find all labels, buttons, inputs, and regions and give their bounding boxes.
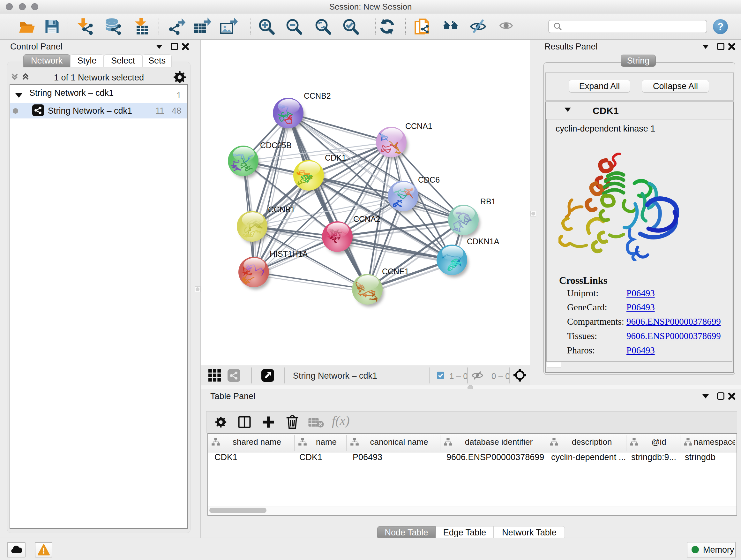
svg-text:CDK1: CDK1 (325, 153, 346, 162)
svg-text:HIST1H1A: HIST1H1A (270, 249, 308, 258)
svg-text:CDC6: CDC6 (418, 175, 440, 184)
svg-text:CCNB1: CCNB1 (268, 205, 295, 214)
svg-text:CDC25B: CDC25B (260, 141, 292, 150)
svg-text:RB1: RB1 (480, 197, 496, 206)
svg-text:CCNE1: CCNE1 (382, 267, 409, 276)
svg-text:CDKN1A: CDKN1A (467, 237, 499, 246)
svg-text:CCNA1: CCNA1 (405, 122, 432, 131)
svg-text:CCNA2: CCNA2 (353, 214, 381, 224)
svg-text:CCNB2: CCNB2 (304, 91, 331, 100)
